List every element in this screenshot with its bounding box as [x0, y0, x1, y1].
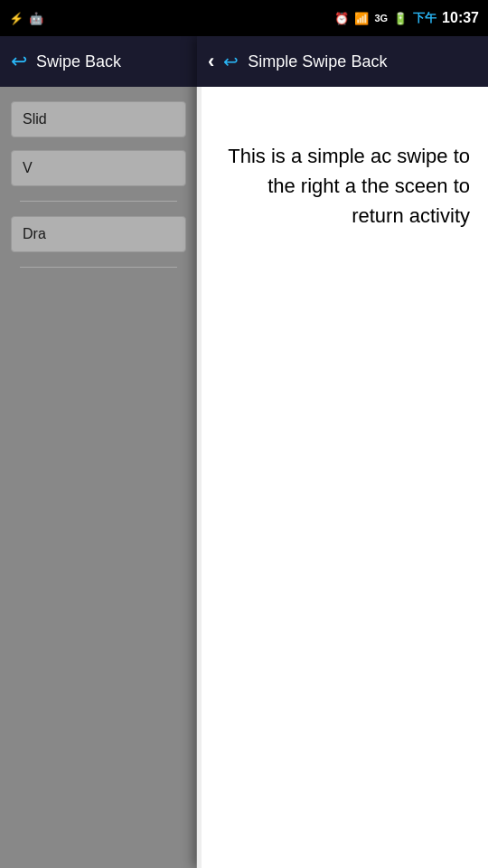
- right-back-icon[interactable]: ↩: [223, 51, 239, 72]
- slide-button[interactable]: Slid: [11, 101, 186, 137]
- status-bar: ⚡ 🤖 ⏰ 📶 3G 🔋 下午 10:37: [0, 0, 488, 36]
- swipe-indicator: [196, 87, 202, 868]
- left-panel: ↩ Swipe Back Slid V Dra: [0, 36, 197, 868]
- status-time: 10:37: [442, 10, 479, 26]
- right-panel: ‹ ↩ Simple Swipe Back This is a simple a…: [197, 36, 488, 868]
- alarm-icon: ⏰: [334, 12, 349, 25]
- right-description: This is a simple ac swipe to the right a…: [215, 141, 470, 231]
- right-content: This is a simple ac swipe to the right a…: [197, 87, 488, 249]
- left-content: Slid V Dra: [0, 87, 197, 284]
- wifi-icon: 📶: [354, 12, 369, 25]
- left-divider-2: [20, 267, 178, 268]
- usb-icon: ⚡: [9, 12, 23, 25]
- left-toolbar: ↩ Swipe Back: [0, 36, 197, 87]
- signal-icon: 3G: [374, 13, 388, 24]
- left-toolbar-title: Swipe Back: [36, 52, 121, 71]
- v-button[interactable]: V: [11, 150, 186, 186]
- status-left-icons: ⚡ 🤖: [9, 12, 43, 25]
- main-container: ↩ Swipe Back Slid V Dra ‹ ↩ Simple Swipe…: [0, 36, 488, 868]
- dra-button[interactable]: Dra: [11, 216, 186, 252]
- right-toolbar-title: Simple Swipe Back: [248, 52, 387, 71]
- right-chevron-icon: ‹: [208, 50, 214, 73]
- battery-icon: 🔋: [393, 12, 408, 25]
- status-right-info: ⏰ 📶 3G 🔋 下午 10:37: [334, 10, 479, 26]
- right-toolbar: ‹ ↩ Simple Swipe Back: [197, 36, 488, 87]
- left-divider-1: [20, 201, 178, 202]
- phone-icon: 🤖: [29, 12, 43, 25]
- status-time-prefix: 下午: [413, 10, 436, 26]
- left-back-icon[interactable]: ↩: [11, 50, 27, 73]
